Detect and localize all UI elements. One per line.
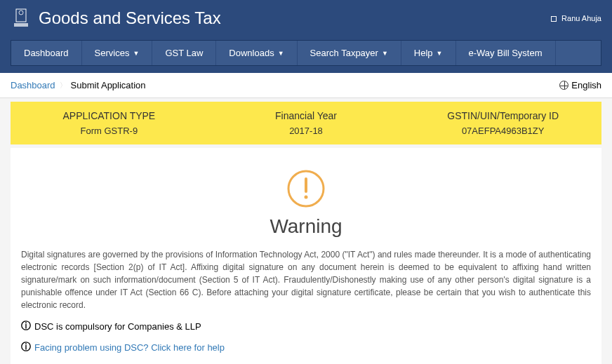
nav-dashboard[interactable]: Dashboard: [11, 41, 82, 65]
breadcrumb: Dashboard 〉 Submit Application: [11, 80, 146, 90]
dsc-help-link[interactable]: Facing problem using DSC? Click here for…: [34, 342, 225, 353]
emblem-logo: [11, 6, 32, 30]
nav-container: Dashboard Services▼ GST Law Downloads▼ S…: [0, 36, 612, 73]
warning-icon: [286, 169, 326, 208]
nav-label: Search Taxpayer: [310, 48, 378, 58]
breadcrumb-separator: 〉: [60, 81, 67, 90]
info-icon: ⓘ: [21, 341, 31, 353]
breadcrumb-current: Submit Application: [71, 80, 146, 90]
note-text: DSC is compulsory for Companies & LLP: [34, 321, 201, 332]
breadcrumb-row: Dashboard 〉 Submit Application English: [0, 73, 612, 98]
caret-icon: ▼: [437, 50, 443, 57]
user-box-icon: [551, 16, 557, 22]
warning-text: Digital signatures are governed by the p…: [21, 248, 591, 311]
info-col-app-type: APPLICATION TYPE Form GSTR-9: [11, 102, 208, 144]
svg-rect-0: [16, 9, 26, 22]
breadcrumb-dashboard-link[interactable]: Dashboard: [11, 80, 55, 90]
nav-label: Services: [95, 48, 130, 58]
globe-icon: [559, 81, 568, 90]
info-label: Financial Year: [216, 110, 397, 121]
language-selector[interactable]: English: [559, 80, 601, 90]
svg-rect-2: [14, 23, 28, 27]
info-icon: ⓘ: [21, 320, 31, 332]
info-col-gstin: GSTIN/UIN/Temporary ID 07AEFPA4963B1ZY: [404, 102, 601, 144]
caret-icon: ▼: [382, 50, 388, 57]
nav-eway-bill[interactable]: e-Way Bill System: [456, 41, 556, 65]
site-title: Goods and Services Tax: [39, 8, 221, 28]
info-label: GSTIN/UIN/Temporary ID: [413, 110, 593, 121]
user-info[interactable]: Ranu Ahuja: [551, 14, 601, 22]
nav-label: Help: [414, 48, 433, 58]
info-col-financial-year: Financial Year 2017-18: [208, 102, 405, 144]
nav-downloads[interactable]: Downloads▼: [216, 41, 297, 65]
nav-label: GST Law: [165, 48, 203, 58]
nav: Dashboard Services▼ GST Law Downloads▼ S…: [11, 40, 601, 66]
info-value: Form GSTR-9: [19, 126, 199, 136]
note-dsc-compulsory: ⓘ DSC is compulsory for Companies & LLP: [21, 320, 591, 332]
language-label: English: [571, 80, 601, 90]
caret-icon: ▼: [278, 50, 284, 57]
nav-help[interactable]: Help▼: [401, 41, 456, 65]
emblem-icon: [11, 6, 32, 30]
caret-icon: ▼: [133, 50, 139, 57]
note-help-link-row: ⓘ Facing problem using DSC? Click here f…: [21, 341, 591, 353]
nav-label: Dashboard: [24, 48, 69, 58]
nav-services[interactable]: Services▼: [82, 41, 153, 65]
nav-label: e-Way Bill System: [469, 48, 543, 58]
header-left: Goods and Services Tax: [11, 6, 221, 30]
user-name: Ranu Ahuja: [561, 14, 601, 22]
content: Warning Digital signatures are governed …: [11, 148, 601, 364]
nav-gst-law[interactable]: GST Law: [152, 41, 216, 65]
info-value: 07AEFPA4963B1ZY: [413, 126, 593, 136]
svg-point-5: [305, 196, 308, 199]
svg-point-1: [19, 11, 23, 15]
warning-title: Warning: [21, 215, 591, 238]
info-value: 2017-18: [216, 126, 397, 136]
info-label: APPLICATION TYPE: [19, 110, 199, 121]
header: Goods and Services Tax Ranu Ahuja: [0, 0, 612, 36]
info-bar: APPLICATION TYPE Form GSTR-9 Financial Y…: [11, 102, 601, 144]
nav-label: Downloads: [229, 48, 274, 58]
nav-search-taxpayer[interactable]: Search Taxpayer▼: [298, 41, 401, 65]
